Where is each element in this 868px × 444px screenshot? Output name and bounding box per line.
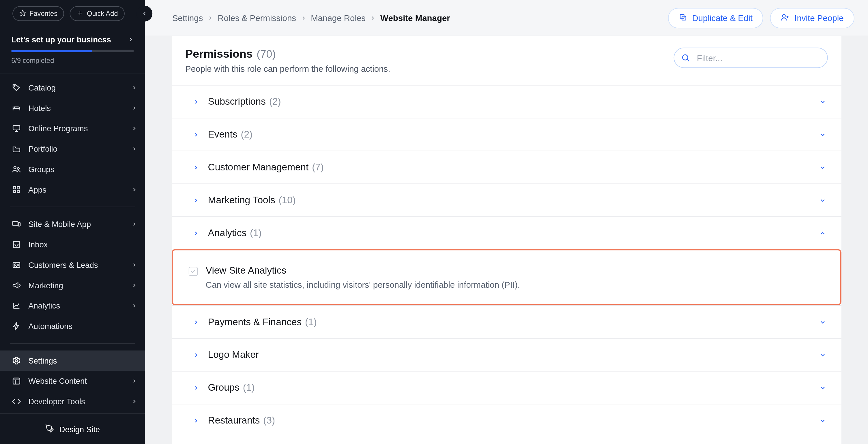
sidebar: Favorites Quick Add Let's set up your bu…: [0, 0, 145, 444]
breadcrumb-item[interactable]: Manage Roles: [311, 13, 366, 23]
sidebar-nav-scroll[interactable]: CatalogHotelsOnline ProgramsPortfolioGro…: [0, 74, 145, 413]
sidebar-item-analytics[interactable]: Analytics: [0, 296, 145, 316]
sidebar-item-customers-leads[interactable]: Customers & Leads: [0, 255, 145, 275]
sidebar-collapse-button[interactable]: [136, 6, 152, 22]
copy-icon: [678, 13, 687, 23]
sidebar-item-label: Developer Tools: [28, 397, 125, 406]
design-site-button[interactable]: Design Site: [0, 413, 145, 444]
setup-progress-bar: [11, 50, 92, 52]
content-scroll[interactable]: Permissions (70) People with this role c…: [145, 36, 868, 444]
sidebar-item-label: Hotels: [28, 103, 125, 112]
svg-line-19: [687, 59, 689, 61]
permissions-panel: Permissions (70) People with this role c…: [172, 36, 841, 444]
sidebar-item-settings[interactable]: Settings: [0, 350, 145, 371]
permission-group-name: Restaurants: [208, 415, 260, 426]
sidebar-item-site-mobile[interactable]: Site & Mobile App: [0, 214, 145, 235]
sidebar-top-actions: Favorites Quick Add: [0, 0, 145, 27]
permission-group-subscriptions[interactable]: Subscriptions(2): [172, 85, 841, 118]
bed-icon: [11, 103, 21, 113]
chevron-right-icon: [132, 377, 137, 385]
sidebar-item-online-programs[interactable]: Online Programs: [0, 118, 145, 139]
chevron-down-icon: [817, 162, 828, 172]
svg-rect-5: [13, 187, 16, 189]
permission-group-marketing-tools[interactable]: Marketing Tools(10): [172, 183, 841, 216]
chevron-down-icon: [817, 130, 828, 140]
chevron-right-icon: [191, 195, 201, 205]
chevron-right-icon: [132, 144, 137, 153]
permission-group-count: (1): [243, 382, 255, 393]
filter-input[interactable]: [674, 47, 828, 68]
permission-group-name: Subscriptions: [208, 96, 266, 107]
chevron-left-icon: [142, 8, 148, 19]
permission-group-analytics[interactable]: Analytics(1): [172, 216, 841, 249]
sidebar-item-automations[interactable]: Automations: [0, 316, 145, 337]
svg-rect-7: [13, 191, 16, 193]
bolt-icon: [11, 321, 21, 331]
sidebar-item-apps[interactable]: Apps: [0, 180, 145, 200]
setup-title: Let's set up your business: [11, 35, 111, 44]
chevron-right-icon: [191, 97, 201, 107]
sidebar-item-label: Analytics: [28, 301, 125, 310]
main: SettingsRoles & PermissionsManage RolesW…: [145, 0, 868, 444]
sidebar-item-inbox[interactable]: Inbox: [0, 234, 145, 255]
sidebar-item-website-content[interactable]: Website Content: [0, 371, 145, 391]
breadcrumb: SettingsRoles & PermissionsManage RolesW…: [159, 13, 668, 23]
permission-group-count: (7): [312, 162, 324, 173]
chevron-right-icon: [132, 185, 137, 194]
svg-point-4: [17, 168, 19, 170]
breadcrumb-item: Website Manager: [380, 13, 450, 23]
chevron-down-icon: [817, 350, 828, 360]
chevron-right-icon: [132, 281, 137, 290]
sidebar-item-marketing[interactable]: Marketing: [0, 275, 145, 296]
nav-divider: [10, 207, 135, 207]
setup-card[interactable]: Let's set up your business 6/9 completed: [0, 27, 145, 74]
chevron-right-icon: [191, 383, 201, 393]
app-shell: Favorites Quick Add Let's set up your bu…: [0, 0, 868, 444]
permission-group-customer-management[interactable]: Customer Management(7): [172, 151, 841, 184]
invite-people-button[interactable]: Invite People: [770, 8, 855, 28]
chevron-right-icon: [301, 13, 306, 23]
breadcrumb-item[interactable]: Roles & Permissions: [218, 13, 296, 23]
chevron-right-icon: [132, 301, 137, 310]
nav-group-1: CatalogHotelsOnline ProgramsPortfolioGro…: [0, 74, 145, 203]
sidebar-item-catalog[interactable]: Catalog: [0, 77, 145, 98]
topbar: SettingsRoles & PermissionsManage RolesW…: [145, 0, 868, 36]
permission-group-groups[interactable]: Groups(1): [172, 371, 841, 404]
quick-add-button[interactable]: Quick Add: [70, 6, 125, 21]
breadcrumb-item[interactable]: Settings: [172, 13, 203, 23]
chevron-up-icon: [817, 228, 828, 238]
chevron-down-icon: [817, 383, 828, 393]
tag-icon: [11, 83, 21, 93]
sidebar-item-hotels[interactable]: Hotels: [0, 98, 145, 118]
filter-wrap: [674, 47, 828, 68]
sidebar-item-label: Catalog: [28, 83, 125, 92]
code-icon: [11, 397, 21, 407]
pen-icon: [45, 424, 53, 434]
permission-group-events[interactable]: Events(2): [172, 118, 841, 151]
sidebar-item-developer-tools[interactable]: Developer Tools: [0, 391, 145, 412]
folder-icon: [11, 144, 21, 154]
permission-group-payments-finances[interactable]: Payments & Finances(1): [172, 305, 841, 338]
svg-point-17: [783, 14, 785, 17]
permission-checkbox[interactable]: [189, 267, 198, 276]
sidebar-item-portfolio[interactable]: Portfolio: [0, 139, 145, 159]
gear-icon: [11, 356, 21, 366]
sidebar-item-label: Inbox: [28, 240, 137, 249]
sidebar-item-groups[interactable]: Groups: [0, 159, 145, 180]
permission-group-logo-maker[interactable]: Logo Maker: [172, 338, 841, 371]
sidebar-item-label: Marketing: [28, 281, 125, 290]
sidebar-item-label: Automations: [28, 322, 137, 331]
scaled-root: Favorites Quick Add Let's set up your bu…: [0, 0, 868, 444]
chevron-right-icon: [370, 13, 376, 23]
favorites-button[interactable]: Favorites: [12, 6, 64, 21]
permission-group-name: Analytics: [208, 228, 247, 239]
svg-point-12: [14, 264, 16, 265]
chevron-right-icon: [132, 261, 137, 270]
panel-subtitle: People with this role can perform the fo…: [185, 64, 390, 73]
top-actions: Duplicate & Edit Invite People: [668, 8, 855, 28]
duplicate-edit-button[interactable]: Duplicate & Edit: [668, 8, 763, 28]
favorites-label: Favorites: [29, 9, 57, 18]
chevron-right-icon: [191, 130, 201, 140]
permission-group-count: (10): [279, 195, 296, 206]
permission-group-restaurants[interactable]: Restaurants(3): [172, 404, 841, 437]
